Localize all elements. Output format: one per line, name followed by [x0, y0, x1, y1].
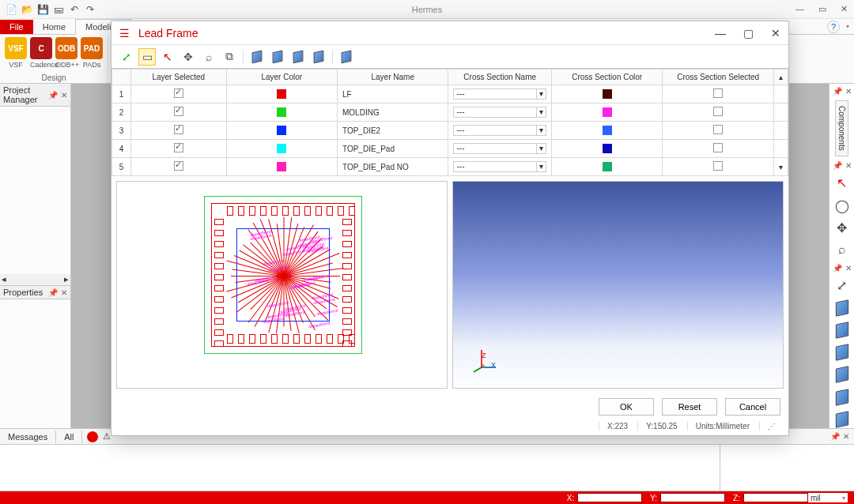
cs-selected-cell[interactable] — [663, 85, 773, 103]
table-row[interactable]: 4TOP_DIE_Pad---▾ — [112, 140, 788, 158]
cube-back-icon[interactable] — [833, 389, 852, 406]
messages-tab[interactable]: Messages — [0, 431, 56, 443]
dialog-close[interactable]: ✕ — [771, 27, 780, 39]
tab-file[interactable]: File — [0, 20, 33, 34]
tool-zoom-window[interactable]: ⧉ — [221, 48, 238, 66]
tool-cube-5[interactable] — [338, 48, 355, 66]
table-scroll-track[interactable] — [773, 85, 788, 103]
reset-button[interactable]: Reset — [662, 398, 717, 416]
cs-name-cell[interactable]: ---▾ — [448, 158, 551, 176]
dialog-resize-grip[interactable]: ⋰ — [759, 422, 776, 431]
col-layer-selected[interactable]: Layer Selected — [131, 70, 226, 85]
cube-iso-icon[interactable] — [833, 299, 852, 317]
cs-color-cell[interactable] — [551, 122, 662, 140]
layer-color-cell[interactable] — [226, 85, 337, 103]
ribbon-btn-pads[interactable]: PAD — [81, 37, 103, 59]
cs-selected-cell[interactable] — [663, 122, 773, 140]
properties-body[interactable] — [0, 299, 70, 428]
pin-icon[interactable]: 📌 — [830, 432, 840, 441]
cube-left-icon[interactable] — [833, 411, 852, 428]
table-scroll-down[interactable]: ▾ — [773, 158, 788, 176]
pin-icon[interactable]: 📌 — [833, 87, 842, 96]
pointer-icon[interactable]: ↖ — [833, 175, 852, 192]
layer-selected-cell[interactable] — [131, 122, 226, 140]
components-tab[interactable]: Components — [835, 100, 848, 156]
cs-color-cell[interactable] — [551, 140, 662, 158]
cancel-button[interactable]: Cancel — [725, 398, 780, 416]
table-row[interactable]: 3TOP_DIE2---▾ — [112, 122, 788, 140]
cs-selected-cell[interactable] — [663, 103, 773, 122]
tool-cube-4[interactable] — [310, 48, 327, 66]
project-manager-body[interactable] — [0, 107, 70, 274]
cs-selected-cell[interactable] — [663, 158, 773, 176]
cube-front-icon[interactable] — [833, 344, 852, 361]
cs-color-cell[interactable] — [551, 158, 662, 176]
layer-color-cell[interactable] — [226, 122, 337, 140]
cs-name-cell[interactable]: ---▾ — [448, 85, 551, 103]
tool-pan[interactable]: ✥ — [179, 48, 197, 66]
tool-cube-3[interactable] — [289, 48, 307, 66]
close-icon[interactable]: ✕ — [843, 432, 849, 441]
cs-selected-cell[interactable] — [663, 140, 773, 158]
window-close[interactable]: ✕ — [841, 4, 848, 14]
help-dropdown-icon[interactable]: ▾ — [846, 23, 849, 30]
cs-color-cell[interactable] — [551, 103, 662, 122]
pin-icon[interactable]: 📌 — [833, 161, 842, 170]
unit-dropdown[interactable]: mil▾ — [808, 493, 848, 502]
error-icon[interactable] — [87, 431, 98, 442]
messages-side-panel[interactable] — [720, 445, 854, 491]
tool-cube-2[interactable] — [269, 48, 286, 66]
pin-icon[interactable]: 📌 — [48, 288, 58, 297]
layer-selected-cell[interactable] — [131, 85, 226, 103]
table-scroll-track[interactable] — [773, 103, 788, 122]
table-scroll-up[interactable]: ▴ — [773, 70, 788, 85]
orbit-icon[interactable]: ◯ — [833, 197, 852, 214]
cube-top-icon[interactable] — [833, 322, 852, 339]
col-cs-name[interactable]: Cross Section Name — [448, 70, 551, 85]
table-row[interactable]: 5TOP_DIE_Pad NO---▾▾ — [112, 158, 788, 176]
window-minimize[interactable]: — — [795, 4, 804, 14]
ribbon-btn-vsf[interactable]: VSF — [5, 37, 27, 59]
tool-zoom[interactable]: ⌕ — [200, 48, 217, 66]
layer-color-cell[interactable] — [226, 140, 337, 158]
pin-icon[interactable]: 📌 — [833, 264, 842, 273]
col-cs-selected[interactable]: Cross Section Selected — [663, 70, 773, 85]
dialog-minimize[interactable]: — — [715, 27, 726, 39]
cube-right-icon[interactable] — [833, 366, 852, 383]
window-maximize[interactable]: ▭ — [818, 4, 826, 14]
layer-selected-cell[interactable] — [131, 103, 226, 122]
col-layer-name[interactable]: Layer Name — [337, 70, 448, 85]
cs-color-cell[interactable] — [551, 85, 662, 103]
project-scroll[interactable]: ◂▸ — [0, 274, 70, 285]
warning-icon[interactable]: ⚠ — [103, 431, 111, 442]
close-icon[interactable]: ✕ — [845, 87, 852, 96]
pin-icon[interactable]: 📌 — [48, 91, 58, 100]
close-icon[interactable]: ✕ — [845, 264, 852, 273]
tool-select[interactable]: ↖ — [159, 48, 176, 66]
zoom-icon[interactable]: ⌕ — [833, 241, 852, 258]
layer-selected-cell[interactable] — [131, 158, 226, 176]
table-row[interactable]: 2MOLDING---▾ — [112, 103, 788, 122]
messages-content[interactable] — [0, 445, 720, 491]
layer-color-cell[interactable] — [226, 103, 337, 122]
layer-color-cell[interactable] — [226, 158, 337, 176]
tool-cube-1[interactable] — [248, 48, 266, 66]
layer-selected-cell[interactable] — [131, 140, 226, 158]
cs-name-cell[interactable]: ---▾ — [448, 122, 551, 140]
table-row[interactable]: 1LF---▾ — [112, 85, 788, 103]
cs-name-cell[interactable]: ---▾ — [448, 103, 551, 122]
table-scroll-track[interactable] — [773, 140, 788, 158]
help-icon[interactable]: ? — [827, 21, 840, 33]
zoom-ext-icon[interactable]: ⤢ — [833, 277, 852, 295]
preview-2d[interactable]: diepad/bonddiepad/bonddiepad/bonddiepad/… — [116, 181, 448, 389]
ribbon-btn-cadence[interactable]: C — [30, 37, 52, 59]
tab-home[interactable]: Home — [33, 20, 75, 34]
col-cs-color[interactable]: Cross Section Color — [551, 70, 662, 85]
tool-fit[interactable]: ⤢ — [118, 48, 135, 66]
cs-name-cell[interactable]: ---▾ — [448, 140, 551, 158]
close-icon[interactable]: ✕ — [845, 161, 852, 170]
ok-button[interactable]: OK — [599, 398, 654, 416]
messages-all-tab[interactable]: All — [56, 431, 82, 443]
col-layer-color[interactable]: Layer Color — [226, 70, 337, 85]
tool-highlight[interactable]: ▭ — [138, 48, 156, 66]
